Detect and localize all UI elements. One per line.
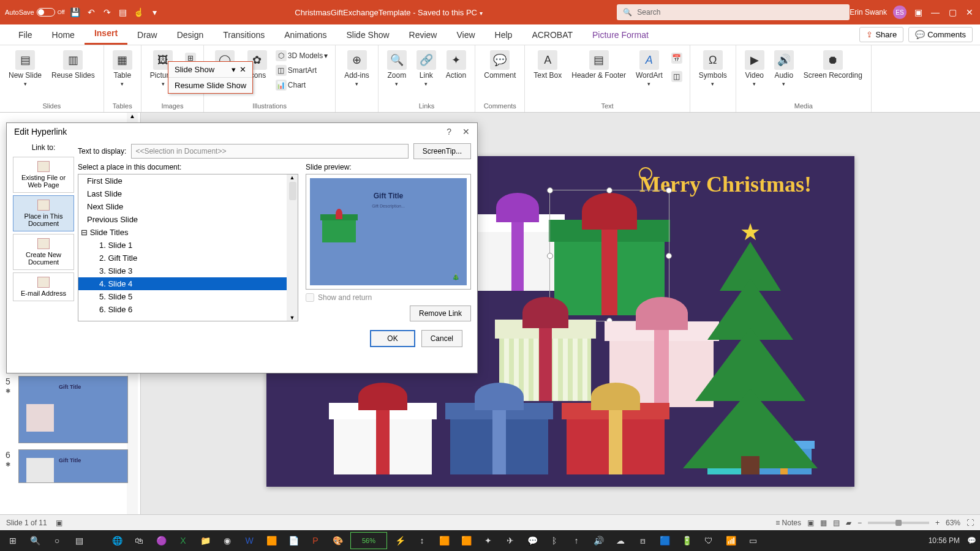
wordart-button[interactable]: AWordArt▾ xyxy=(632,48,666,89)
paint-icon[interactable]: 🎨 xyxy=(328,532,347,549)
tb-icon-e[interactable]: ✦ xyxy=(479,532,497,549)
reuse-slides-button[interactable]: ▥Reuse Slides xyxy=(48,48,99,82)
video-button[interactable]: ▶Video▾ xyxy=(741,48,768,89)
place-prev[interactable]: Previous Slide xyxy=(78,213,298,226)
christmas-tree[interactable]: ★ xyxy=(683,230,818,474)
volume-icon[interactable]: 🔊 xyxy=(589,532,608,549)
redo-icon[interactable]: ↷ xyxy=(102,7,113,18)
tab-picture-format[interactable]: Picture Format xyxy=(582,25,658,45)
tab-transitions[interactable]: Transitions xyxy=(213,25,274,45)
bluetooth-icon[interactable]: ᛒ xyxy=(545,532,564,549)
tb-battery-icon[interactable]: 🔋 xyxy=(677,532,696,549)
place-list[interactable]: First Slide Last Slide Next Slide Previo… xyxy=(78,174,298,321)
symbols-button[interactable]: ΩSymbols▾ xyxy=(695,48,731,89)
table-button[interactable]: ▦Table▾ xyxy=(109,48,136,89)
ribbon-display-icon[interactable]: ▣ xyxy=(913,7,924,18)
rotate-handle-icon[interactable] xyxy=(639,167,652,181)
action-button[interactable]: ✦Action xyxy=(442,48,470,82)
tab-home[interactable]: Home xyxy=(42,25,85,45)
ok-button[interactable]: OK xyxy=(370,330,415,347)
pdf-icon[interactable]: 📄 xyxy=(284,532,303,549)
place-slide-4[interactable]: 4. Slide 4 xyxy=(78,277,298,290)
user-name[interactable]: Erin Swank xyxy=(850,8,887,17)
save-icon[interactable]: 💾 xyxy=(70,7,81,18)
cortana-icon[interactable]: ○ xyxy=(48,532,66,549)
textbox-button[interactable]: AText Box xyxy=(530,48,565,82)
sorter-view-icon[interactable]: ▦ xyxy=(820,519,827,527)
tab-review[interactable]: Review xyxy=(399,25,447,45)
maximize-icon[interactable]: ▢ xyxy=(947,7,958,18)
autosave-toggle[interactable]: AutoSave Off xyxy=(5,8,65,17)
wifi-icon[interactable]: 📶 xyxy=(722,532,740,549)
place-first[interactable]: First Slide xyxy=(78,174,298,187)
object-button[interactable]: ◫ xyxy=(669,70,685,83)
tab-file[interactable]: File xyxy=(9,25,42,45)
share-button[interactable]: ⇪Share xyxy=(859,27,903,42)
zoom-button[interactable]: 🔍Zoom▾ xyxy=(383,48,410,89)
tooltip-close-icon[interactable]: ✕ xyxy=(239,65,246,74)
normal-view-icon[interactable]: ▣ xyxy=(807,519,814,527)
qat-dropdown-icon[interactable]: ▾ xyxy=(149,7,160,18)
new-slide-button[interactable]: ▤New Slide▾ xyxy=(5,48,45,89)
tb-icon-j[interactable]: ▭ xyxy=(744,532,762,549)
3d-models-button[interactable]: ⬡3D Models ▾ xyxy=(273,49,330,62)
tab-insert[interactable]: Insert xyxy=(85,23,127,45)
remove-link-button[interactable]: Remove Link xyxy=(410,305,471,321)
app2-icon[interactable]: 🟧 xyxy=(262,532,281,549)
accessibility-icon[interactable]: ▣ xyxy=(56,519,62,527)
slideshow-view-icon[interactable]: ▰ xyxy=(846,519,851,527)
comment-button[interactable]: 💬Comment xyxy=(480,48,519,82)
gift-white-red[interactable] xyxy=(334,383,432,474)
tb-icon-d[interactable]: 🟧 xyxy=(457,532,475,549)
tooltip-resume[interactable]: Resume Slide Show xyxy=(175,81,246,90)
date-time-button[interactable]: 📅 xyxy=(669,51,685,65)
gift-red-gold[interactable] xyxy=(567,383,665,474)
link-opt-new[interactable]: Create New Document xyxy=(13,234,74,270)
dialog-help-icon[interactable]: ? xyxy=(447,127,451,137)
tb-icon-f[interactable]: ✈ xyxy=(501,532,519,549)
place-slide-2[interactable]: 2. Gift Title xyxy=(78,252,298,264)
tab-animations[interactable]: Animations xyxy=(274,25,336,45)
link-opt-place[interactable]: Place in This Document xyxy=(13,195,74,231)
chart-button[interactable]: 📊Chart xyxy=(273,78,330,92)
undo-icon[interactable]: ↶ xyxy=(86,7,97,18)
tb-icon-a[interactable]: ⚡ xyxy=(391,532,409,549)
tab-draw[interactable]: Draw xyxy=(127,25,167,45)
tab-view[interactable]: View xyxy=(447,25,484,45)
gift-white-purple[interactable] xyxy=(475,193,560,291)
reading-view-icon[interactable]: ▤ xyxy=(833,519,840,527)
present-icon[interactable]: ▤ xyxy=(118,7,129,18)
excel-icon[interactable]: X xyxy=(174,532,192,549)
addins-button[interactable]: ⊕Add-ins▾ xyxy=(341,48,373,89)
notifications-icon[interactable]: 💬 xyxy=(967,536,976,545)
tb-icon-i[interactable]: 🟦 xyxy=(655,532,674,549)
app1-icon[interactable]: 🟣 xyxy=(152,532,170,549)
close-icon[interactable]: ✕ xyxy=(964,7,975,18)
taskbar-time[interactable]: 10:56 PM xyxy=(929,536,960,545)
place-slide-5[interactable]: 5. Slide 5 xyxy=(78,290,298,303)
tab-slideshow[interactable]: Slide Show xyxy=(337,25,399,45)
powerpoint-icon[interactable]: P xyxy=(306,532,325,549)
place-titles-header[interactable]: ⊟ Slide Titles xyxy=(78,226,298,239)
zoom-slider[interactable] xyxy=(868,522,929,524)
chrome-icon[interactable]: ◉ xyxy=(218,532,236,549)
place-slide-3[interactable]: 3. Slide 3 xyxy=(78,264,298,277)
link-opt-email[interactable]: E-mail Address xyxy=(13,272,74,301)
place-slide-6[interactable]: 6. Slide 6 xyxy=(78,303,298,316)
scroll-up-icon[interactable]: ▲ xyxy=(127,113,138,119)
dropbox-icon[interactable]: ⧈ xyxy=(633,532,652,549)
audio-button[interactable]: 🔊Audio▾ xyxy=(771,48,797,89)
place-slide-1[interactable]: 1. Slide 1 xyxy=(78,239,298,252)
show-return-checkbox[interactable] xyxy=(306,293,314,302)
security-icon[interactable]: 🛡 xyxy=(699,532,718,549)
link-button[interactable]: 🔗Link▾ xyxy=(413,48,440,89)
tb-icon-h[interactable]: ↑ xyxy=(567,532,586,549)
header-footer-button[interactable]: ▤Header & Footer xyxy=(568,48,630,82)
minimize-icon[interactable]: — xyxy=(930,7,941,18)
smartart-button[interactable]: ◫SmartArt xyxy=(273,64,330,77)
screen-recording-button[interactable]: ⏺Screen Recording xyxy=(800,48,866,82)
edge-icon[interactable]: 🌐 xyxy=(108,532,126,549)
zoom-out-icon[interactable]: − xyxy=(858,519,862,527)
comments-button[interactable]: 💬Comments xyxy=(908,27,973,42)
tab-design[interactable]: Design xyxy=(167,25,214,45)
